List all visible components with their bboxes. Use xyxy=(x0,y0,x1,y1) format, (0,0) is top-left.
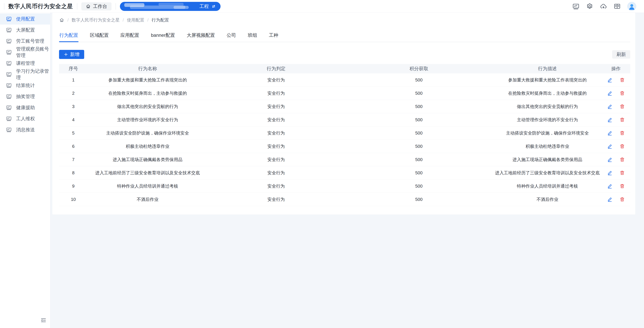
sidebar-item-label: 使用配置 xyxy=(16,16,35,22)
cell-actions xyxy=(602,87,630,100)
tab-4[interactable]: 大屏视频配置 xyxy=(186,30,215,42)
edit-icon[interactable] xyxy=(607,91,612,96)
project-switcher-pill[interactable]: 工程 xyxy=(120,2,220,11)
sidebar-item-label: 劳工账号管理 xyxy=(16,38,44,44)
cell-points: 500 xyxy=(345,153,493,166)
cloud-download-icon[interactable] xyxy=(600,3,607,10)
cell-desc: 在抢险救灾时挺身而出，主动参与救援的 xyxy=(493,87,602,100)
sidebar-item-10[interactable]: 消息推送 xyxy=(0,124,50,135)
cell-judge: 安全行为 xyxy=(208,180,345,193)
add-button[interactable]: 新增 xyxy=(59,50,84,59)
edit-icon[interactable] xyxy=(607,77,612,83)
fund-screen-icon xyxy=(6,116,12,122)
header-actions xyxy=(572,2,636,11)
tab-6[interactable]: 班组 xyxy=(247,30,258,42)
delete-icon[interactable] xyxy=(620,104,625,109)
table-row-5: 6积极主动杜绝违章作业安全行为500积极主动杜绝违章作业 xyxy=(59,140,630,153)
delete-icon[interactable] xyxy=(620,117,625,122)
edit-icon[interactable] xyxy=(607,104,612,109)
cell-desc: 参加重大救援和重大抢险工作表现突出的 xyxy=(493,73,602,87)
breadcrumb-home-icon[interactable] xyxy=(59,18,64,23)
sidebar-item-6[interactable]: 结算统计 xyxy=(0,80,50,91)
breadcrumb-item-2[interactable]: 行为配置 xyxy=(152,17,169,23)
breadcrumb-item-0[interactable]: 数字人民币行为安全之星 xyxy=(72,17,120,23)
cell-actions xyxy=(602,193,630,206)
user-avatar[interactable] xyxy=(627,2,636,11)
table-row-9: 10不酒后作业安全行为500不酒后作业 xyxy=(59,193,630,206)
table-row-7: 8进入工地前经历了三级安全教育培训以及安全技术交底安全行为500进入工地前经历了… xyxy=(59,166,630,180)
edit-icon[interactable] xyxy=(607,197,612,202)
cell-index: 6 xyxy=(59,140,88,153)
breadcrumb: /数字人民币行为安全之星/使用配置/行为配置 xyxy=(59,17,630,23)
fund-screen-icon xyxy=(6,83,12,88)
open-book-icon[interactable] xyxy=(614,3,621,10)
sidebar-item-7[interactable]: 抽奖管理 xyxy=(0,91,50,102)
sidebar-item-3[interactable]: 管理观察员账号管理 xyxy=(0,47,50,58)
edit-icon[interactable] xyxy=(607,183,612,189)
cell-actions xyxy=(602,180,630,193)
fund-screen-icon xyxy=(6,127,12,133)
header-divider xyxy=(116,3,116,10)
tab-5[interactable]: 公司 xyxy=(226,30,236,42)
fund-screen-icon xyxy=(6,72,12,77)
cell-points: 500 xyxy=(345,73,493,87)
sidebar-item-4[interactable]: 课程管理 xyxy=(0,58,50,69)
breadcrumb-separator: / xyxy=(68,18,68,23)
cell-name: 参加重大救援和重大抢险工作表现突出的 xyxy=(88,73,208,87)
cell-actions xyxy=(602,166,630,180)
sidebar-item-8[interactable]: 健康援助 xyxy=(0,102,50,113)
tab-0[interactable]: 行为配置 xyxy=(59,30,78,42)
fund-screen-icon xyxy=(6,16,12,22)
column-header-4: 行为描述 xyxy=(493,64,602,73)
app-title: 数字人民币行为安全之星 xyxy=(8,3,73,10)
delete-icon[interactable] xyxy=(620,157,625,162)
cell-desc: 不酒后作业 xyxy=(493,193,602,206)
tab-2[interactable]: 应用配置 xyxy=(120,30,140,42)
delete-icon[interactable] xyxy=(620,144,625,149)
tab-1[interactable]: 区域配置 xyxy=(90,30,109,42)
cell-desc: 进入工地前经历了三级安全教育培训以及安全技术交底 xyxy=(493,166,602,180)
header-divider xyxy=(4,3,4,10)
sidebar-item-2[interactable]: 劳工账号管理 xyxy=(0,36,50,47)
edit-icon[interactable] xyxy=(607,130,612,136)
column-header-0: 序号 xyxy=(59,64,88,73)
cell-desc: 积极主动杜绝违章作业 xyxy=(493,140,602,153)
sidebar-item-5[interactable]: 学习行为记录管理 xyxy=(0,69,50,80)
cell-points: 500 xyxy=(345,166,493,180)
tab-7[interactable]: 工种 xyxy=(268,30,278,42)
edit-icon[interactable] xyxy=(607,144,612,149)
sidebar-item-label: 学习行为记录管理 xyxy=(16,68,50,81)
edit-icon[interactable] xyxy=(607,157,612,162)
sidebar-item-1[interactable]: 大屏配置 xyxy=(0,25,50,36)
delete-icon[interactable] xyxy=(620,197,625,202)
workbench-button[interactable]: 工作台 xyxy=(81,2,112,11)
cell-name: 进入工地前经历了三级安全教育培训以及安全技术交底 xyxy=(88,166,208,180)
home-icon xyxy=(86,4,91,9)
delete-icon[interactable] xyxy=(620,91,625,96)
edit-icon[interactable] xyxy=(607,117,612,122)
column-header-3: 积分获取 xyxy=(345,64,493,73)
cell-judge: 安全行为 xyxy=(208,140,345,153)
monitor-chart-icon[interactable] xyxy=(572,3,580,10)
sidebar-item-0[interactable]: 使用配置 xyxy=(0,14,50,25)
breadcrumb-item-1[interactable]: 使用配置 xyxy=(127,17,144,23)
top-header: 数字人民币行为安全之星 工作台 工程 xyxy=(0,0,644,13)
delete-icon[interactable] xyxy=(620,77,625,83)
delete-icon[interactable] xyxy=(620,170,625,176)
cell-name: 在抢险救灾时挺身而出，主动参与救援的 xyxy=(88,87,208,100)
sidebar-item-label: 消息推送 xyxy=(16,127,35,133)
sidebar-item-9[interactable]: 工人维权 xyxy=(0,113,50,124)
tab-3[interactable]: banner配置 xyxy=(150,30,175,42)
refresh-button[interactable]: 刷新 xyxy=(612,50,630,59)
edit-icon[interactable] xyxy=(607,170,612,176)
collapse-sidebar-icon[interactable] xyxy=(40,316,47,324)
delete-icon[interactable] xyxy=(620,130,625,136)
cell-actions xyxy=(602,153,630,166)
cell-desc: 特种作业人员经培训并通过考核 xyxy=(493,180,602,193)
cell-desc: 做出其他突出的安全贡献的行为 xyxy=(493,100,602,113)
sidebar-item-label: 工人维权 xyxy=(16,115,35,122)
settings-gear-icon[interactable] xyxy=(586,3,593,10)
cell-actions xyxy=(602,73,630,87)
delete-icon[interactable] xyxy=(620,183,625,189)
table-row-8: 9特种作业人员经培训并通过考核安全行为500特种作业人员经培训并通过考核 xyxy=(59,180,630,193)
